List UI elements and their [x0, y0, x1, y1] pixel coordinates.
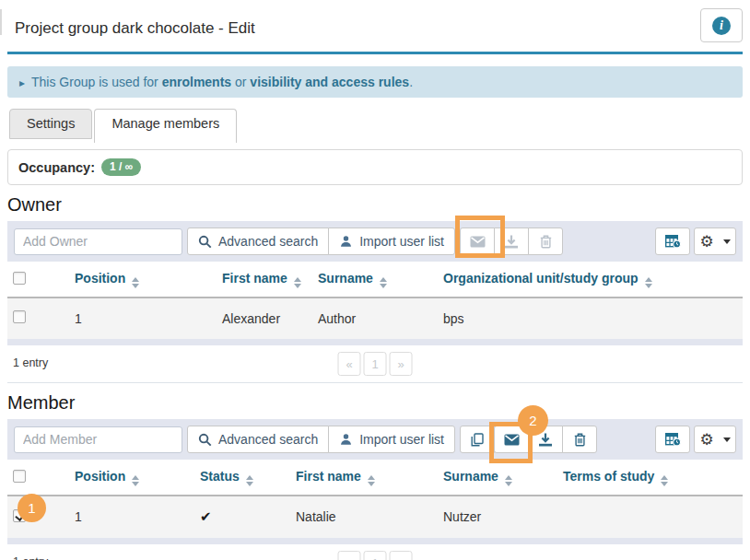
occupancy-badge: 1 / ∞ [101, 158, 141, 176]
owner-advanced-search-label: Advanced search [218, 234, 318, 249]
occupancy-label: Occupancy: [18, 160, 95, 175]
member-col-status-label: Status [200, 469, 240, 484]
member-col-position[interactable]: Position [71, 461, 196, 496]
member-col-first-name[interactable]: First name [292, 461, 439, 496]
sort-icon [645, 277, 652, 288]
member-table-meta: 1 entry « 1 » [7, 544, 743, 560]
sort-icon [661, 475, 668, 486]
owner-page-1-button[interactable]: 1 [364, 352, 387, 376]
usage-banner: ▸This Group is used for enrolments or vi… [7, 66, 743, 98]
member-col-surname-label: Surname [443, 469, 498, 484]
owner-cell-first-name: Alexander [218, 298, 314, 339]
member-table: Position Status First name Surname Terms… [7, 461, 743, 538]
member-cell-first-name: Natalie [292, 496, 439, 538]
search-icon [198, 235, 212, 249]
member-entries-count: 1 entry [13, 555, 48, 560]
owner-col-position[interactable]: Position [71, 262, 218, 298]
sort-icon [380, 277, 387, 288]
trash-icon [540, 235, 552, 249]
owner-import-user-list-button[interactable]: Import user list [328, 228, 455, 255]
copy-icon [471, 433, 484, 447]
owner-prev-page-button[interactable]: « [338, 352, 361, 376]
member-col-terms[interactable]: Terms of study [559, 461, 743, 496]
member-page-1-button[interactable]: 1 [364, 551, 387, 560]
collapse-arrow-icon[interactable]: ▸ [19, 76, 25, 89]
visibility-access-rules-link[interactable]: visibility and access rules [250, 75, 409, 89]
member-select-all-checkbox[interactable] [13, 470, 26, 483]
owner-col-first-name-label: First name [222, 271, 287, 286]
member-search-buttons: Advanced search Import user list [187, 426, 455, 453]
member-col-status[interactable]: Status [196, 461, 292, 496]
owner-action-icons [460, 228, 563, 255]
info-button[interactable]: i [700, 8, 743, 42]
owner-col-surname-label: Surname [318, 271, 373, 286]
owner-next-page-button[interactable]: » [390, 352, 413, 376]
sort-icon [294, 277, 301, 288]
occupancy-panel: Occupancy: 1 / ∞ [7, 149, 743, 185]
member-col-surname[interactable]: Surname [439, 461, 559, 496]
owner-toolbar: Advanced search Import user list [7, 221, 743, 262]
user-icon [339, 235, 353, 248]
sort-icon [368, 475, 375, 486]
owner-table-settings-button[interactable] [655, 228, 690, 255]
owner-table-footer-strip [7, 339, 743, 345]
owner-cell-org-unit: bps [439, 298, 743, 339]
member-table-settings-button[interactable] [655, 426, 690, 453]
member-cell-position: 1 [71, 496, 196, 538]
caret-down-icon [723, 239, 731, 244]
download-icon [505, 235, 518, 249]
owner-advanced-search-button[interactable]: Advanced search [187, 228, 329, 255]
member-download-button[interactable] [528, 426, 563, 453]
owner-col-surname[interactable]: Surname [314, 262, 439, 298]
banner-text-prefix: This Group is used for [31, 75, 162, 89]
banner-text-period: . [409, 75, 413, 89]
owner-col-first-name[interactable]: First name [218, 262, 314, 298]
member-actions-dropdown[interactable]: ⚙ [694, 426, 736, 453]
owner-download-button[interactable] [494, 228, 529, 255]
owner-import-user-list-label: Import user list [359, 234, 444, 249]
member-row-checkbox[interactable] [13, 509, 26, 522]
member-next-page-button[interactable]: » [390, 551, 413, 560]
member-table-footer-strip [7, 538, 743, 544]
caret-down-icon [723, 438, 731, 442]
member-mail-button[interactable] [494, 426, 529, 453]
member-table-header-row: Position Status First name Surname Terms… [7, 461, 743, 496]
member-col-position-label: Position [75, 469, 125, 484]
user-icon [339, 433, 353, 446]
owner-actions-dropdown[interactable]: ⚙ [694, 228, 736, 255]
tab-settings[interactable]: Settings [9, 109, 92, 139]
crop-artifact [0, 9, 2, 35]
owner-table-row: 1 Alexander Author bps [7, 298, 743, 339]
member-import-user-list-button[interactable]: Import user list [328, 426, 455, 453]
add-owner-input[interactable] [14, 228, 182, 255]
member-advanced-search-button[interactable]: Advanced search [187, 426, 329, 453]
owner-select-all-checkbox[interactable] [13, 272, 26, 285]
owner-row-checkbox[interactable] [13, 310, 26, 323]
owner-heading: Owner [7, 194, 743, 216]
search-icon [198, 433, 212, 447]
member-prev-page-button[interactable]: « [338, 551, 361, 560]
member-advanced-search-label: Advanced search [218, 432, 318, 447]
page: Project group dark chocolate - Edit i ▸T… [0, 7, 750, 560]
download-icon [539, 433, 552, 447]
tab-manage-members[interactable]: Manage members [94, 109, 237, 143]
member-delete-button[interactable] [562, 426, 597, 453]
member-heading: Member [7, 392, 743, 414]
trash-icon [574, 433, 586, 447]
status-check-icon: ✔ [200, 508, 212, 524]
add-member-input[interactable] [14, 426, 182, 453]
tab-manage-members-label: Manage members [111, 116, 219, 131]
sort-icon [132, 475, 139, 486]
member-select-all-header [7, 461, 71, 496]
member-import-user-list-label: Import user list [359, 432, 444, 447]
owner-search-buttons: Advanced search Import user list [187, 228, 455, 255]
enrolments-link[interactable]: enrolments [162, 75, 231, 89]
owner-delete-button[interactable] [528, 228, 563, 255]
member-copy-button[interactable] [460, 426, 495, 453]
member-cell-surname: Nutzer [439, 496, 559, 538]
owner-col-position-label: Position [75, 271, 125, 286]
owner-mail-button[interactable] [460, 228, 495, 255]
owner-col-org-unit[interactable]: Organizational unit/study group [439, 262, 743, 298]
owner-entries-count: 1 entry [13, 356, 48, 369]
member-table-row: 1 1 ✔ Natalie Nutzer [7, 496, 743, 538]
